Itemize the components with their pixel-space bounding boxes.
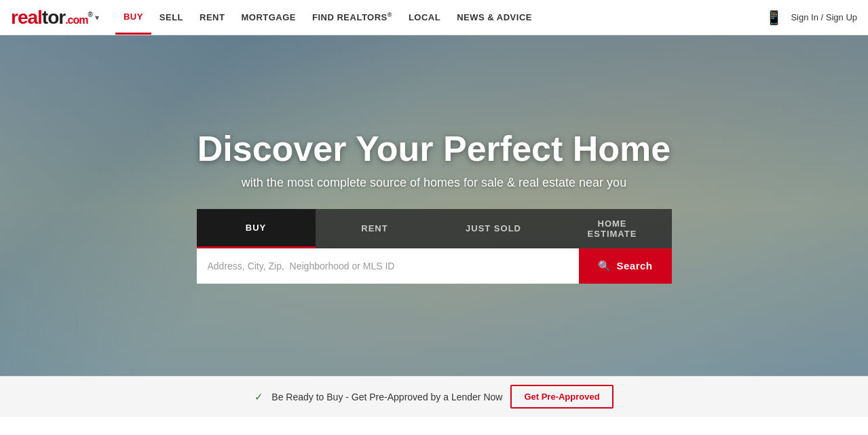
logo[interactable]: realtor.com® ▾: [11, 7, 99, 29]
nav-item-mortgage[interactable]: MORTGAGE: [233, 1, 304, 33]
promo-text: Be Ready to Buy - Get Pre-Approved by a …: [271, 392, 502, 402]
nav-link-realtors[interactable]: Find REALTORS®: [304, 1, 400, 33]
nav-link-news[interactable]: NEWS & ADVICE: [449, 1, 540, 33]
sign-in-link[interactable]: Sign In / Sign Up: [791, 12, 857, 22]
nav-item-news[interactable]: NEWS & ADVICE: [449, 1, 540, 33]
nav-links: BUY SELL RENT MORTGAGE Find REALTORS® LO…: [115, 1, 540, 35]
logo-reg: ®: [88, 10, 92, 18]
nav-link-buy[interactable]: BUY: [115, 1, 151, 35]
nav-link-local[interactable]: LOCAL: [400, 1, 449, 33]
hero-content: Discover Your Perfect Home with the most…: [0, 128, 868, 284]
logo-tor: tor: [42, 7, 65, 28]
search-tabs: BUY RENT JUST SOLD HOME ESTIMATE: [197, 209, 672, 248]
hero-section: Discover Your Perfect Home with the most…: [0, 35, 868, 376]
nav-link-mortgage[interactable]: MORTGAGE: [233, 1, 304, 33]
nav-right: 📱 Sign In / Sign Up: [766, 10, 857, 26]
nav-item-buy[interactable]: BUY: [115, 1, 151, 35]
nav-link-sell[interactable]: SELL: [151, 1, 191, 33]
tab-rent[interactable]: RENT: [316, 209, 434, 248]
get-pre-approved-button[interactable]: Get Pre-Approved: [510, 385, 613, 409]
nav-item-rent[interactable]: RENT: [191, 1, 233, 33]
search-container: BUY RENT JUST SOLD HOME ESTIMATE 🔍 Searc…: [197, 209, 672, 284]
search-button[interactable]: 🔍 Search: [579, 248, 672, 284]
nav-item-realtors[interactable]: Find REALTORS®: [304, 1, 400, 33]
chevron-down-icon[interactable]: ▾: [95, 13, 99, 22]
nav-item-sell[interactable]: SELL: [151, 1, 191, 33]
search-input[interactable]: [197, 248, 579, 284]
logo-real: real: [11, 7, 42, 28]
hero-subtitle: with the most complete source of homes f…: [14, 176, 854, 190]
check-icon: ✓: [254, 391, 263, 403]
logo-domain: .com: [65, 14, 88, 26]
search-box: 🔍 Search: [197, 248, 672, 284]
tab-home-estimate[interactable]: HOME ESTIMATE: [553, 209, 672, 248]
navbar: realtor.com® ▾ BUY SELL RENT MORTGAGE Fi…: [0, 0, 868, 35]
tab-just-sold[interactable]: JUST SOLD: [434, 209, 553, 248]
nav-link-rent[interactable]: RENT: [191, 1, 233, 33]
mobile-icon: 📱: [766, 10, 782, 26]
search-icon: 🔍: [598, 260, 611, 272]
search-button-label: Search: [616, 260, 652, 271]
promo-bar: ✓ Be Ready to Buy - Get Pre-Approved by …: [0, 376, 868, 417]
nav-item-local[interactable]: LOCAL: [400, 1, 449, 33]
tab-buy[interactable]: BUY: [197, 209, 316, 248]
hero-title: Discover Your Perfect Home: [14, 128, 854, 169]
